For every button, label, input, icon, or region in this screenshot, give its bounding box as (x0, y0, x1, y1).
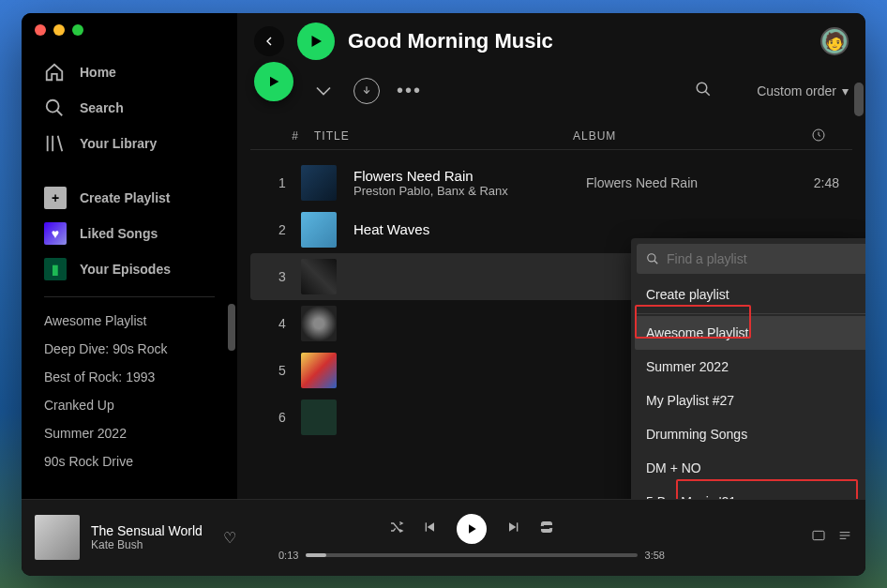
svg-rect-20 (517, 522, 518, 531)
svg-line-8 (705, 91, 710, 96)
submenu-create-playlist[interactable]: Create playlist (635, 278, 865, 311)
chevron-down-icon: ▾ (842, 83, 849, 98)
create-playlist-button[interactable]: + Create Playlist (44, 180, 215, 216)
add-to-playlist-submenu: Create playlist Awesome Playlist Summer … (631, 238, 865, 499)
more-options-button[interactable]: ••• (397, 80, 422, 101)
plus-icon: + (44, 187, 67, 209)
bookmark-icon: ▮ (44, 258, 67, 280)
user-playlists: Awesome Playlist Deep Dive: 90s Rock Bes… (31, 307, 228, 475)
page-title: Good Morning Music (348, 29, 553, 53)
track-cover (301, 400, 337, 435)
minimize-window-button[interactable] (53, 24, 65, 36)
progress-bar[interactable] (306, 553, 637, 557)
main-scrollbar[interactable] (854, 83, 864, 116)
heart-icon: ♥ (44, 222, 67, 245)
play-all-button[interactable] (297, 23, 335, 60)
nav-home-label: Home (80, 65, 116, 80)
playlist-item[interactable]: Cranked Up (44, 391, 215, 419)
svg-point-7 (697, 83, 707, 93)
sort-dropdown[interactable]: Custom order ▾ (757, 83, 849, 98)
col-duration-icon (760, 128, 826, 145)
track-title: Heat Waves (353, 221, 586, 237)
svg-marker-4 (312, 36, 323, 47)
back-button[interactable] (254, 26, 284, 56)
playlist-search-input[interactable] (667, 251, 865, 266)
previous-button[interactable] (423, 520, 438, 538)
search-tracks-icon[interactable] (695, 81, 712, 101)
elapsed-time: 0:13 (278, 550, 298, 561)
track-row[interactable]: 1 Flowers Need Rain Preston Pablo, Banx … (250, 159, 852, 206)
track-album: Flowers Need Rain (586, 175, 774, 190)
track-number: 6 (263, 410, 301, 425)
shuffle-button[interactable] (389, 520, 404, 538)
track-number: 5 (263, 363, 301, 378)
close-window-button[interactable] (35, 24, 46, 36)
nav-home[interactable]: Home (44, 54, 215, 90)
playlist-item[interactable]: Summer 2022 (44, 419, 215, 447)
svg-marker-18 (469, 524, 476, 533)
library-icon (44, 133, 65, 154)
playlist-actions: ••• Custom order ▾ (237, 71, 865, 124)
player-right-controls (665, 528, 852, 547)
sidebar: Home Search Your Library + Create Playli… (22, 13, 237, 499)
svg-line-11 (654, 260, 658, 264)
svg-marker-16 (428, 522, 434, 531)
playlist-item[interactable]: Awesome Playlist (44, 307, 215, 335)
playlist-search[interactable] (637, 244, 865, 274)
track-number: 4 (263, 316, 301, 331)
submenu-playlist-item[interactable]: 5 Bar Music '21 (635, 485, 865, 499)
col-album: ALBUM (573, 129, 760, 143)
play-pause-button[interactable] (457, 514, 487, 544)
sort-label: Custom order (757, 83, 836, 98)
track-cover (301, 259, 337, 294)
now-playing-artist[interactable]: Kate Bush (91, 538, 203, 551)
liked-songs-label: Liked Songs (80, 226, 158, 241)
nav-search[interactable]: Search (44, 90, 215, 126)
now-playing: The Sensual World Kate Bush ♡ (35, 515, 278, 560)
playlist-item[interactable]: Best of Rock: 1993 (44, 363, 215, 391)
total-time: 3:58 (645, 550, 665, 561)
maximize-window-button[interactable] (72, 24, 83, 36)
track-duration: 2:48 (774, 175, 839, 190)
like-track-button[interactable]: ♡ (223, 529, 236, 547)
now-playing-cover[interactable] (35, 515, 80, 560)
track-number: 3 (263, 269, 301, 284)
submenu-playlist-item[interactable]: Summer 2022 (635, 350, 865, 384)
home-icon (44, 62, 65, 83)
next-button[interactable] (505, 520, 520, 538)
your-episodes-button[interactable]: ▮ Your Episodes (44, 251, 215, 287)
submenu-playlist-item[interactable]: My Playlist #27 (635, 384, 865, 417)
lyrics-button[interactable] (811, 528, 826, 547)
player-controls: 0:13 3:58 (278, 514, 665, 561)
repeat-button[interactable] (539, 520, 554, 538)
your-episodes-label: Your Episodes (80, 262, 171, 277)
submenu-playlist-item[interactable]: DM + NO (635, 451, 865, 485)
window-controls (35, 24, 83, 36)
play-button[interactable] (254, 62, 293, 101)
sidebar-scrollbar[interactable] (228, 304, 235, 351)
track-cover (301, 165, 337, 201)
col-number: # (277, 129, 314, 143)
app-window: Home Search Your Library + Create Playli… (22, 13, 865, 576)
create-playlist-label: Create Playlist (80, 190, 171, 205)
svg-line-1 (57, 110, 63, 115)
sidebar-divider (44, 296, 215, 297)
search-icon (44, 98, 65, 118)
liked-songs-button[interactable]: ♥ Liked Songs (44, 216, 215, 251)
queue-button[interactable] (837, 528, 852, 547)
submenu-playlist-item[interactable]: Awesome Playlist (635, 316, 865, 350)
like-playlist-button[interactable] (310, 78, 337, 104)
svg-point-0 (47, 99, 59, 112)
nav-library[interactable]: Your Library (44, 126, 215, 161)
main-content: Good Morning Music 🧑 ••• C (237, 13, 865, 499)
download-button[interactable] (353, 78, 380, 104)
player-bar: The Sensual World Kate Bush ♡ 0:13 3:58 (22, 499, 865, 576)
playlist-item[interactable]: 90s Rock Drive (44, 447, 215, 475)
track-cover (301, 353, 337, 388)
user-avatar[interactable]: 🧑 (820, 27, 849, 55)
now-playing-title[interactable]: The Sensual World (91, 523, 203, 538)
submenu-playlist-item[interactable]: Drumming Songs (635, 417, 865, 451)
svg-rect-17 (426, 522, 427, 531)
playlist-item[interactable]: Deep Dive: 90s Rock (44, 335, 215, 363)
track-cover (301, 212, 337, 248)
